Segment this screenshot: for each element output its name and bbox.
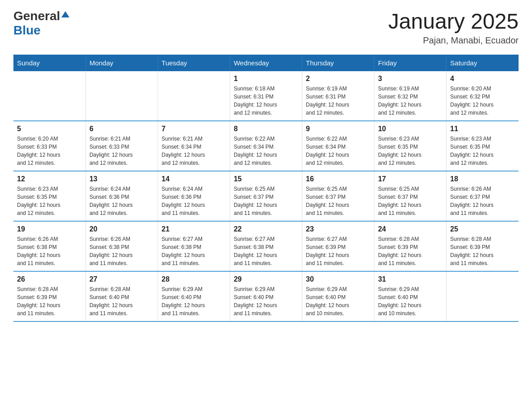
day-info: Sunrise: 6:27 AM Sunset: 6:38 PM Dayligh… bbox=[234, 235, 298, 267]
day-info: Sunrise: 6:29 AM Sunset: 6:40 PM Dayligh… bbox=[306, 285, 370, 317]
day-info: Sunrise: 6:29 AM Sunset: 6:40 PM Dayligh… bbox=[234, 285, 298, 317]
day-info: Sunrise: 6:24 AM Sunset: 6:36 PM Dayligh… bbox=[162, 185, 226, 217]
calendar-day-cell bbox=[158, 71, 230, 121]
day-number: 10 bbox=[378, 125, 442, 133]
day-info: Sunrise: 6:20 AM Sunset: 6:32 PM Dayligh… bbox=[450, 85, 515, 117]
day-number: 26 bbox=[17, 275, 82, 283]
calendar-day-cell: 5Sunrise: 6:20 AM Sunset: 6:33 PM Daylig… bbox=[13, 121, 86, 171]
day-info: Sunrise: 6:22 AM Sunset: 6:34 PM Dayligh… bbox=[306, 135, 370, 167]
day-info: Sunrise: 6:24 AM Sunset: 6:36 PM Dayligh… bbox=[90, 185, 154, 217]
day-info: Sunrise: 6:27 AM Sunset: 6:38 PM Dayligh… bbox=[162, 235, 226, 267]
day-number: 21 bbox=[162, 225, 226, 233]
day-number: 18 bbox=[450, 175, 515, 183]
day-info: Sunrise: 6:29 AM Sunset: 6:40 PM Dayligh… bbox=[378, 285, 442, 317]
calendar-day-cell: 18Sunrise: 6:26 AM Sunset: 6:37 PM Dayli… bbox=[446, 171, 519, 221]
day-number: 11 bbox=[450, 125, 515, 133]
day-info: Sunrise: 6:28 AM Sunset: 6:39 PM Dayligh… bbox=[450, 235, 515, 267]
calendar-day-cell: 19Sunrise: 6:26 AM Sunset: 6:38 PM Dayli… bbox=[13, 221, 86, 271]
calendar-day-cell: 25Sunrise: 6:28 AM Sunset: 6:39 PM Dayli… bbox=[446, 221, 519, 271]
calendar-day-cell: 31Sunrise: 6:29 AM Sunset: 6:40 PM Dayli… bbox=[374, 271, 446, 321]
logo-general-text: General bbox=[13, 9, 60, 23]
day-number: 2 bbox=[306, 75, 370, 83]
calendar-week-row: 19Sunrise: 6:26 AM Sunset: 6:38 PM Dayli… bbox=[13, 221, 519, 271]
day-number: 24 bbox=[378, 225, 442, 233]
day-number: 17 bbox=[378, 175, 442, 183]
calendar-day-cell: 30Sunrise: 6:29 AM Sunset: 6:40 PM Dayli… bbox=[302, 271, 374, 321]
calendar-day-header: Friday bbox=[374, 55, 446, 71]
calendar-day-cell bbox=[446, 271, 519, 321]
day-info: Sunrise: 6:21 AM Sunset: 6:33 PM Dayligh… bbox=[90, 135, 154, 167]
day-info: Sunrise: 6:25 AM Sunset: 6:37 PM Dayligh… bbox=[378, 185, 442, 217]
day-number: 20 bbox=[90, 225, 154, 233]
calendar-week-row: 26Sunrise: 6:28 AM Sunset: 6:39 PM Dayli… bbox=[13, 271, 519, 321]
calendar-day-cell: 23Sunrise: 6:27 AM Sunset: 6:39 PM Dayli… bbox=[302, 221, 374, 271]
page-header: General Blue January 2025 Pajan, Manabi,… bbox=[13, 9, 519, 46]
day-number: 5 bbox=[17, 125, 82, 133]
calendar-day-cell: 27Sunrise: 6:28 AM Sunset: 6:40 PM Dayli… bbox=[86, 271, 158, 321]
calendar-day-cell: 17Sunrise: 6:25 AM Sunset: 6:37 PM Dayli… bbox=[374, 171, 446, 221]
day-number: 15 bbox=[234, 175, 298, 183]
day-info: Sunrise: 6:26 AM Sunset: 6:38 PM Dayligh… bbox=[17, 235, 82, 267]
day-number: 1 bbox=[234, 75, 298, 83]
day-info: Sunrise: 6:23 AM Sunset: 6:35 PM Dayligh… bbox=[17, 185, 82, 217]
day-info: Sunrise: 6:22 AM Sunset: 6:34 PM Dayligh… bbox=[234, 135, 298, 167]
day-number: 25 bbox=[450, 225, 515, 233]
day-info: Sunrise: 6:19 AM Sunset: 6:32 PM Dayligh… bbox=[378, 85, 442, 117]
day-info: Sunrise: 6:25 AM Sunset: 6:37 PM Dayligh… bbox=[234, 185, 298, 217]
day-number: 29 bbox=[234, 275, 298, 283]
calendar-day-cell: 26Sunrise: 6:28 AM Sunset: 6:39 PM Dayli… bbox=[13, 271, 86, 321]
calendar-day-header: Tuesday bbox=[158, 55, 230, 71]
location-subtitle: Pajan, Manabi, Ecuador bbox=[388, 35, 519, 46]
logo: General Blue bbox=[13, 9, 69, 38]
calendar-day-cell: 12Sunrise: 6:23 AM Sunset: 6:35 PM Dayli… bbox=[13, 171, 86, 221]
svg-marker-0 bbox=[61, 11, 69, 17]
day-number: 28 bbox=[162, 275, 226, 283]
calendar-day-cell bbox=[86, 71, 158, 121]
calendar-day-cell: 22Sunrise: 6:27 AM Sunset: 6:38 PM Dayli… bbox=[230, 221, 302, 271]
calendar-day-header: Saturday bbox=[446, 55, 519, 71]
calendar-day-cell: 10Sunrise: 6:23 AM Sunset: 6:35 PM Dayli… bbox=[374, 121, 446, 171]
calendar-day-header: Wednesday bbox=[230, 55, 302, 71]
day-number: 9 bbox=[306, 125, 370, 133]
day-info: Sunrise: 6:19 AM Sunset: 6:31 PM Dayligh… bbox=[306, 85, 370, 117]
calendar-day-cell: 9Sunrise: 6:22 AM Sunset: 6:34 PM Daylig… bbox=[302, 121, 374, 171]
logo-triangle-icon bbox=[61, 10, 69, 20]
calendar-day-cell: 4Sunrise: 6:20 AM Sunset: 6:32 PM Daylig… bbox=[446, 71, 519, 121]
calendar-day-cell: 8Sunrise: 6:22 AM Sunset: 6:34 PM Daylig… bbox=[230, 121, 302, 171]
calendar-day-cell: 6Sunrise: 6:21 AM Sunset: 6:33 PM Daylig… bbox=[86, 121, 158, 171]
day-number: 12 bbox=[17, 175, 82, 183]
day-info: Sunrise: 6:20 AM Sunset: 6:33 PM Dayligh… bbox=[17, 135, 82, 167]
day-number: 27 bbox=[90, 275, 154, 283]
calendar-header-row: SundayMondayTuesdayWednesdayThursdayFrid… bbox=[13, 55, 519, 71]
day-number: 7 bbox=[162, 125, 226, 133]
day-number: 4 bbox=[450, 75, 515, 83]
day-info: Sunrise: 6:23 AM Sunset: 6:35 PM Dayligh… bbox=[450, 135, 515, 167]
day-info: Sunrise: 6:29 AM Sunset: 6:40 PM Dayligh… bbox=[162, 285, 226, 317]
day-info: Sunrise: 6:21 AM Sunset: 6:34 PM Dayligh… bbox=[162, 135, 226, 167]
calendar-day-header: Thursday bbox=[302, 55, 374, 71]
calendar-day-cell: 24Sunrise: 6:28 AM Sunset: 6:39 PM Dayli… bbox=[374, 221, 446, 271]
day-info: Sunrise: 6:23 AM Sunset: 6:35 PM Dayligh… bbox=[378, 135, 442, 167]
calendar-week-row: 12Sunrise: 6:23 AM Sunset: 6:35 PM Dayli… bbox=[13, 171, 519, 221]
day-number: 16 bbox=[306, 175, 370, 183]
day-number: 13 bbox=[90, 175, 154, 183]
calendar-day-cell: 21Sunrise: 6:27 AM Sunset: 6:38 PM Dayli… bbox=[158, 221, 230, 271]
calendar-day-cell: 14Sunrise: 6:24 AM Sunset: 6:36 PM Dayli… bbox=[158, 171, 230, 221]
calendar-day-cell: 16Sunrise: 6:25 AM Sunset: 6:37 PM Dayli… bbox=[302, 171, 374, 221]
day-number: 3 bbox=[378, 75, 442, 83]
day-number: 22 bbox=[234, 225, 298, 233]
calendar-day-cell bbox=[13, 71, 86, 121]
day-info: Sunrise: 6:28 AM Sunset: 6:39 PM Dayligh… bbox=[378, 235, 442, 267]
calendar-day-cell: 28Sunrise: 6:29 AM Sunset: 6:40 PM Dayli… bbox=[158, 271, 230, 321]
calendar-day-header: Sunday bbox=[13, 55, 86, 71]
day-info: Sunrise: 6:28 AM Sunset: 6:39 PM Dayligh… bbox=[17, 285, 82, 317]
calendar-day-cell: 29Sunrise: 6:29 AM Sunset: 6:40 PM Dayli… bbox=[230, 271, 302, 321]
day-info: Sunrise: 6:27 AM Sunset: 6:39 PM Dayligh… bbox=[306, 235, 370, 267]
day-number: 30 bbox=[306, 275, 370, 283]
day-number: 14 bbox=[162, 175, 226, 183]
day-info: Sunrise: 6:26 AM Sunset: 6:38 PM Dayligh… bbox=[90, 235, 154, 267]
day-info: Sunrise: 6:25 AM Sunset: 6:37 PM Dayligh… bbox=[306, 185, 370, 217]
calendar-day-cell: 20Sunrise: 6:26 AM Sunset: 6:38 PM Dayli… bbox=[86, 221, 158, 271]
title-section: January 2025 Pajan, Manabi, Ecuador bbox=[388, 9, 519, 46]
day-number: 6 bbox=[90, 125, 154, 133]
